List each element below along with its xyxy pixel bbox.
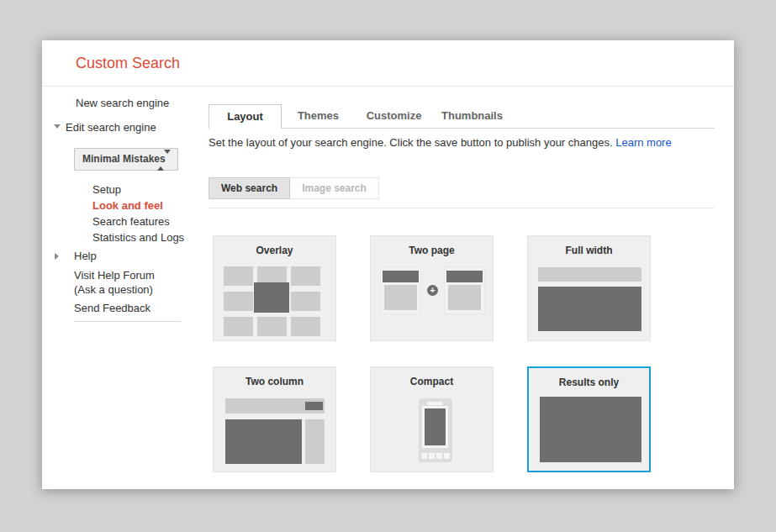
web-search-button[interactable]: Web search xyxy=(209,177,290,199)
layout-card-full-width[interactable]: Full width xyxy=(527,235,651,341)
sidebar-item-help-forum[interactable]: Visit Help Forum xyxy=(74,269,155,282)
layout-card-title: Compact xyxy=(371,376,493,387)
layout-card-title: Results only xyxy=(529,377,649,388)
content-divider xyxy=(209,208,715,208)
compact-phone-thumbnail xyxy=(419,398,452,462)
sidebar-item-help-forum-sub[interactable]: (Ask a question) xyxy=(74,283,153,296)
custom-search-panel: Custom Search New search engine Edit sea… xyxy=(42,40,734,489)
sidebar-item-setup[interactable]: Setup xyxy=(92,183,121,196)
layout-card-title: Two page xyxy=(371,245,493,256)
app-header: Custom Search xyxy=(42,40,734,87)
layout-card-overlay[interactable]: Overlay xyxy=(213,235,336,341)
sidebar-item-send-feedback[interactable]: Send Feedback xyxy=(74,302,150,314)
chevron-down-icon xyxy=(54,124,61,129)
sidebar-item-help[interactable]: Help xyxy=(74,250,97,262)
add-icon xyxy=(427,285,438,296)
layout-card-results-only[interactable]: Results only xyxy=(527,366,651,472)
sidebar-item-edit-search-engine[interactable]: Edit search engine xyxy=(66,121,156,134)
chevron-right-icon xyxy=(55,253,59,260)
layout-card-two-column[interactable]: Two column xyxy=(213,366,336,472)
select-spinner-icon xyxy=(157,154,171,166)
tab-layout[interactable]: Layout xyxy=(209,104,282,129)
layout-card-title: Two column xyxy=(214,376,335,387)
engine-select-value: Minimal Mistakes xyxy=(82,149,166,170)
image-search-button[interactable]: Image search xyxy=(290,177,379,199)
tab-thumbnails[interactable]: Thumbnails xyxy=(433,104,511,129)
search-mode-toggle: Web search Image search xyxy=(209,177,379,199)
layout-card-title: Full width xyxy=(528,245,650,256)
tab-bar: Layout Themes Customize Thumbnails xyxy=(209,104,715,129)
layout-card-two-page[interactable]: Two page xyxy=(370,235,494,341)
engine-select[interactable]: Minimal Mistakes xyxy=(74,148,178,171)
sidebar-item-look-and-feel[interactable]: Look and feel xyxy=(92,199,163,212)
tab-description: Set the layout of your search engine. Cl… xyxy=(209,136,672,149)
sidebar-divider xyxy=(74,321,181,322)
sidebar-item-search-features[interactable]: Search features xyxy=(92,215,170,228)
tab-themes[interactable]: Themes xyxy=(282,104,355,129)
tab-customize[interactable]: Customize xyxy=(355,104,433,129)
sidebar-item-statistics-and-logs[interactable]: Statistics and Logs xyxy=(92,231,184,244)
layout-card-compact[interactable]: Compact xyxy=(370,366,494,472)
learn-more-link[interactable]: Learn more xyxy=(615,136,671,149)
page-title: Custom Search xyxy=(76,40,180,87)
description-text: Set the layout of your search engine. Cl… xyxy=(209,136,613,149)
sidebar-item-new-search-engine[interactable]: New search engine xyxy=(76,97,169,109)
layout-card-title: Overlay xyxy=(214,245,335,256)
